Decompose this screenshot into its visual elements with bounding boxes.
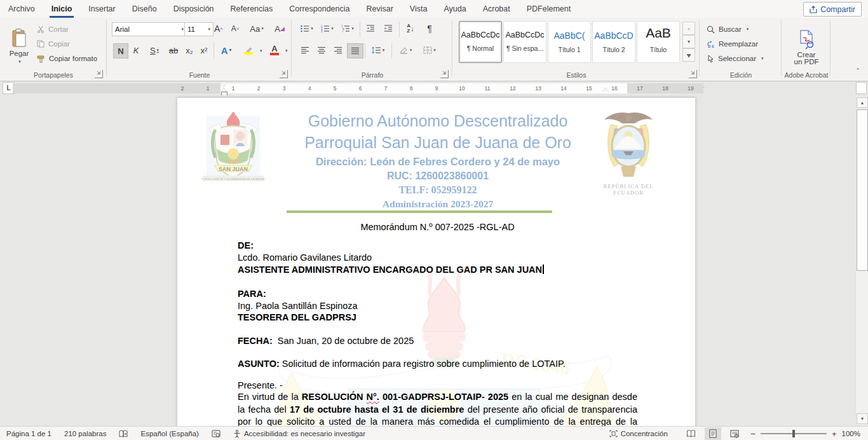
align-center-button[interactable] xyxy=(314,43,329,57)
zoom-in-button[interactable]: + xyxy=(832,429,837,439)
multilevel-list-button[interactable]: 1ai▾ xyxy=(338,22,357,36)
shrink-font-button[interactable]: A˅ xyxy=(227,22,243,36)
styles-scroll-up-button[interactable]: ▴ xyxy=(682,22,695,35)
style-card[interactable]: AaB Título xyxy=(637,21,680,63)
style-card[interactable]: AaBbC( Título 1 xyxy=(548,21,591,63)
strikethrough-button[interactable]: ab xyxy=(166,43,181,57)
page-indicator[interactable]: Página 1 de 1 xyxy=(0,427,58,440)
header-rule xyxy=(287,210,552,213)
underline-button[interactable]: S▾ xyxy=(145,43,164,57)
font-size-combo[interactable]: 11▾ xyxy=(184,22,214,36)
change-case-button[interactable]: Aa▾ xyxy=(247,22,267,36)
proofing-status[interactable] xyxy=(112,427,134,440)
read-mode-button[interactable] xyxy=(683,427,700,440)
styles-more-button[interactable]: ▬▾ xyxy=(682,48,695,62)
bold-button[interactable]: N xyxy=(113,43,128,58)
ribbon-tab[interactable]: PDFelement xyxy=(519,0,579,18)
chevron-down-icon[interactable]: ▾ xyxy=(285,48,288,53)
style-card[interactable]: AaBbCcD Título 2 xyxy=(592,21,635,63)
decrease-indent-button[interactable] xyxy=(362,22,379,36)
ribbon-tab[interactable]: Disposición xyxy=(165,0,222,18)
ribbon-tab[interactable]: Archivo xyxy=(0,0,43,18)
first-line-indent-marker[interactable] xyxy=(220,83,227,87)
ribbon-tab[interactable]: Revisar xyxy=(358,0,401,18)
text-effects-button[interactable]: A▾ xyxy=(217,43,236,57)
show-marks-button[interactable]: ¶ xyxy=(422,22,437,36)
svg-text:c: c xyxy=(712,44,714,48)
clear-formatting-button[interactable]: A◢ xyxy=(271,22,288,36)
document-page[interactable]: DE 1846 xyxy=(177,97,696,426)
chevron-down-icon: ▾ xyxy=(261,26,264,31)
print-layout-button[interactable] xyxy=(705,427,721,440)
document-canvas[interactable]: DE 1846 xyxy=(0,95,868,426)
clipboard-dialog-launcher[interactable]: ⇲ xyxy=(95,70,103,78)
replace-button[interactable]: bc Reemplazar xyxy=(707,38,776,50)
ruler-toggle-box[interactable] xyxy=(856,82,867,94)
zoom-slider-handle[interactable] xyxy=(792,430,795,437)
paste-button[interactable]: Pegar ▾ xyxy=(5,22,33,71)
cut-icon xyxy=(37,25,44,33)
italic-button[interactable]: K xyxy=(129,43,143,57)
style-card[interactable]: AaBbCcDc ¶ Normal xyxy=(459,21,502,63)
format-painter-button[interactable]: Copiar formato xyxy=(37,52,105,65)
share-button[interactable]: Compartir xyxy=(803,2,862,17)
scrollbar-thumb[interactable] xyxy=(857,109,868,271)
cut-button[interactable]: Cortar xyxy=(37,23,100,36)
web-layout-button[interactable] xyxy=(726,427,743,440)
create-pdf-button[interactable]: Crear un PDF xyxy=(789,22,824,72)
right-indent-marker[interactable] xyxy=(602,88,609,92)
scroll-down-button[interactable]: ▼ xyxy=(857,413,868,424)
justify-button[interactable] xyxy=(347,43,363,58)
accessibility-checker[interactable]: Accesibilidad: es necesario investigar xyxy=(227,427,372,440)
align-right-icon xyxy=(334,46,342,54)
align-right-button[interactable] xyxy=(330,43,346,57)
numbering-button[interactable]: 123▾ xyxy=(318,22,337,36)
horizontal-ruler[interactable]: 21 12345678910111213141516 171819 xyxy=(13,83,703,93)
chevron-down-icon[interactable]: ▾ xyxy=(260,48,262,53)
select-button[interactable]: Seleccionar▾ xyxy=(707,52,778,65)
ribbon-tab[interactable]: Insertar xyxy=(80,0,123,18)
copy-button[interactable]: Copiar xyxy=(37,38,100,50)
styles-dialog-launcher[interactable]: ⇲ xyxy=(689,70,697,78)
line-spacing-button[interactable]: ▾ xyxy=(368,43,388,57)
chevron-down-icon: ▾ xyxy=(311,26,313,31)
zoom-slider[interactable] xyxy=(761,433,827,434)
ruler-number: 11 xyxy=(475,83,500,93)
language-indicator[interactable]: Español (España) xyxy=(134,427,205,440)
paragraph-dialog-launcher[interactable]: ⇲ xyxy=(440,70,449,78)
font-dialog-launcher[interactable]: ⇲ xyxy=(280,70,288,78)
borders-button[interactable]: ▾ xyxy=(419,43,440,57)
vertical-scrollbar[interactable]: ▲ ▼ xyxy=(855,97,868,425)
sort-button[interactable]: AZ ↓ xyxy=(402,22,419,36)
subscript-button[interactable]: x₂ xyxy=(182,43,196,57)
org-title-line2: Parroquial San Juan de Juana de Oro xyxy=(260,134,616,152)
grow-font-button[interactable]: A˄ xyxy=(211,22,226,36)
display-settings[interactable] xyxy=(205,427,227,440)
ribbon-tab[interactable]: Vista xyxy=(402,0,436,18)
san-juan-logo: SAN JUAN POR EL HONOR Y LA GRANDEZA DE L… xyxy=(198,109,269,193)
ribbon-tab[interactable]: Referencias xyxy=(222,0,281,18)
shading-button[interactable]: ▾ xyxy=(395,43,416,57)
collapse-ribbon-button[interactable]: ⌃ xyxy=(851,65,864,76)
focus-mode-button[interactable]: Concentración xyxy=(603,427,674,440)
ribbon-tab[interactable]: Diseño xyxy=(124,0,165,18)
zoom-out-button[interactable]: − xyxy=(750,429,756,439)
increase-indent-button[interactable] xyxy=(380,22,397,36)
align-left-button[interactable] xyxy=(297,43,313,57)
font-family-combo[interactable]: Arial▾ xyxy=(112,22,187,36)
zoom-level[interactable]: 100% xyxy=(842,430,860,437)
font-color-button[interactable]: A xyxy=(265,43,284,57)
styles-scroll-down-button[interactable]: ▾ xyxy=(682,35,695,48)
ribbon-tab[interactable]: Ayuda xyxy=(435,0,474,18)
word-count[interactable]: 210 palabras xyxy=(58,427,113,440)
scroll-up-button[interactable]: ▲ xyxy=(857,97,868,108)
superscript-button[interactable]: x² xyxy=(197,43,211,57)
find-button[interactable]: Buscar▾ xyxy=(707,23,776,36)
ribbon-tab[interactable]: Acrobat xyxy=(475,0,519,18)
ribbon-tab[interactable]: Correspondencia xyxy=(281,0,358,18)
status-bar: Página 1 de 1 210 palabras Español (Espa… xyxy=(0,426,868,440)
bullets-button[interactable]: ▾ xyxy=(297,22,316,36)
ribbon-tab[interactable]: Inicio xyxy=(43,0,81,18)
highlight-button[interactable] xyxy=(238,43,259,57)
style-card[interactable]: AaBbCcDc ¶ Sin espa... xyxy=(503,21,546,63)
